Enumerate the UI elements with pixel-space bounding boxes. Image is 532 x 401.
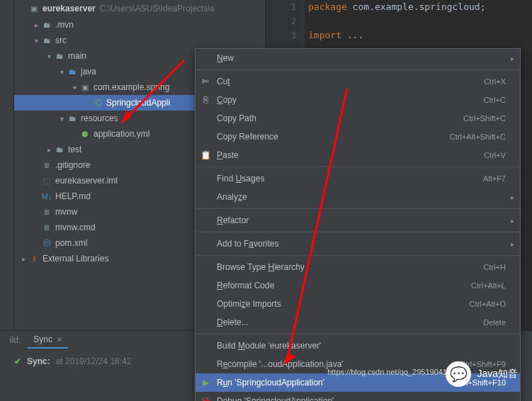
close-icon[interactable]: ✕ (57, 336, 62, 344)
editor-content[interactable]: package com.example.springcloud; import … (266, 0, 532, 43)
menu-reformat[interactable]: Reformat Code Ctrl+Alt+L (196, 276, 520, 295)
module-folder-icon: ▣ (28, 3, 40, 14)
project-path: C:\Users\ASUS\IdeaProjects\s (100, 4, 215, 13)
submenu-arrow-icon: ▸ (511, 193, 514, 201)
file-icon: 🗎 (41, 159, 52, 171)
chevron-down-icon: ▾ (69, 84, 79, 91)
line-number: 3 (266, 28, 305, 43)
menu-favorites[interactable]: Add to Favorites ▸ (196, 235, 520, 253)
chevron-right-icon: ▸ (18, 255, 28, 263)
menu-copy[interactable]: ⎘ Copy Ctrl+C (196, 91, 520, 109)
tree-label: External Libraries (43, 254, 108, 264)
chevron-right-icon: ▸ (44, 146, 54, 154)
file-icon: 🗎 (41, 206, 52, 218)
shortcut: Ctrl+Alt+Shift+C (450, 132, 506, 141)
chevron-down-icon: ▾ (57, 68, 67, 76)
menu-separator (196, 69, 520, 70)
check-icon: ✔ (14, 356, 21, 366)
chevron-down-icon: ▾ (57, 115, 67, 123)
menu-paste[interactable]: 📋 Paste Ctrl+V (196, 146, 520, 164)
sync-time: at 2019/12/24 18:42 (56, 356, 132, 366)
menu-copy-path[interactable]: Copy Path Ctrl+Shift+C (196, 109, 520, 128)
watermark-url: https://blog.csdn.net/qq_29519041 (327, 368, 447, 376)
resources-folder-icon: 🖿 (67, 113, 78, 124)
menu-copy-reference[interactable]: Copy Reference Ctrl+Alt+Shift+C (196, 128, 520, 146)
folder-icon: 🖿 (41, 19, 52, 30)
menu-debug[interactable]: 🐞 Debug 'SpringcloudApplication' (196, 392, 520, 401)
menu-browse-hierarchy[interactable]: Browse Type Hierarchy Ctrl+H (196, 258, 520, 276)
menu-delete[interactable]: Delete... Delete (196, 313, 520, 332)
line-number: 2 (266, 14, 305, 28)
project-name: eurekaserver (43, 4, 96, 13)
tree-label: com.example.spring (94, 82, 169, 92)
tree-label: .gitignore (55, 160, 90, 170)
menu-separator (196, 255, 520, 256)
submenu-arrow-icon: ▸ (511, 55, 514, 62)
menu-analyze[interactable]: Analyze ▸ (196, 188, 520, 206)
source-folder-icon: 🖿 (67, 66, 78, 77)
shortcut: Ctrl+C (484, 96, 506, 104)
debug-icon: 🐞 (200, 396, 211, 401)
tree-item-src[interactable]: ▾ 🖿 src (14, 33, 265, 48)
menu-optimize-imports[interactable]: Optimize Imports Ctrl+Alt+O (196, 295, 520, 313)
tree-label: HELP.md (55, 191, 91, 201)
tree-label: src (55, 35, 67, 45)
tree-label: resources (81, 113, 118, 123)
folder-icon: 🖿 (54, 144, 65, 155)
submenu-arrow-icon: ▸ (511, 240, 514, 248)
tree-label: pom.xml (55, 238, 87, 248)
tab-sync[interactable]: Sync ✕ (28, 332, 68, 349)
keyword: import (308, 30, 341, 40)
tree-label: mvnw (55, 207, 77, 217)
shortcut: Ctrl+Alt+O (470, 300, 506, 308)
shortcut: Ctrl+X (484, 77, 506, 86)
copy-icon: ⎘ (200, 95, 211, 105)
menu-new[interactable]: New ▸ (196, 49, 520, 67)
shortcut: Ctrl+Alt+L (471, 281, 506, 290)
menu-find-usages[interactable]: Find Usages Alt+F7 (196, 169, 520, 188)
tree-label: eurekaserver.iml (55, 176, 118, 186)
chevron-down-icon: ▾ (44, 52, 54, 60)
tree-label: test (68, 145, 81, 154)
tree-label: java (81, 67, 96, 77)
folder-icon: 🖿 (41, 35, 52, 46)
yml-file-icon: ⬢ (79, 128, 91, 140)
menu-cut[interactable]: ✄ Cut Ctrl+X (196, 72, 520, 91)
code-text: ... (341, 30, 363, 40)
tree-label: main (68, 51, 86, 61)
submenu-arrow-icon: ▸ (511, 217, 514, 225)
shortcut: Ctrl+V (484, 151, 506, 159)
tree-label: SpringcloudAppli (106, 98, 170, 108)
shortcut: Ctrl+Shift+C (463, 114, 506, 123)
menu-refactor[interactable]: Refactor ▸ (196, 211, 520, 230)
project-header[interactable]: ▣ eurekaserver C:\Users\ASUS\IdeaProject… (14, 0, 265, 17)
run-icon: ▶ (200, 378, 211, 388)
menu-build-module[interactable]: Build Module 'eurekaserver' (196, 337, 520, 355)
watermark-avatar-icon: 💬 (446, 361, 471, 387)
maven-file-icon: ⓜ (41, 237, 52, 249)
menu-separator (196, 232, 520, 232)
tree-item-mvn[interactable]: ▸ 🖿 .mvn (14, 17, 265, 33)
markdown-file-icon: M↓ (41, 191, 52, 202)
iml-file-icon: ⬚ (41, 175, 52, 186)
package-name: com.example.springcloud; (347, 1, 486, 12)
tree-label: application.yml (94, 129, 149, 139)
line-number: 1 (266, 0, 305, 14)
build-label: ild: (4, 335, 21, 345)
tab-label: Sync (33, 334, 52, 344)
chevron-down-icon: ▾ (31, 37, 41, 45)
menu-separator (196, 208, 520, 209)
scissors-icon: ✄ (200, 77, 211, 86)
shortcut: Delete (483, 318, 506, 327)
tree-label: mvnw.cmd (55, 222, 96, 232)
chevron-right-icon: ▸ (31, 21, 41, 29)
libraries-icon: ⫴ (28, 253, 40, 264)
sync-label: Sync: (27, 356, 50, 366)
watermark-text: Java知音 (477, 368, 518, 380)
shortcut: Ctrl+H (484, 263, 506, 271)
shortcut: Alt+F7 (483, 174, 506, 183)
menu-separator (196, 166, 520, 167)
menu-separator (196, 334, 520, 334)
paste-icon: 📋 (200, 150, 211, 160)
folder-icon: 🖿 (54, 50, 65, 62)
